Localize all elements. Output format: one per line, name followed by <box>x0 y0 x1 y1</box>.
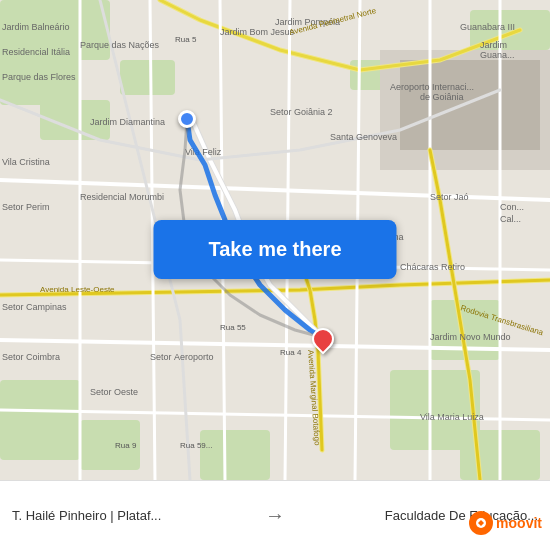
map-container: Take me there © OpenStreetMap contributo… <box>0 0 550 480</box>
moovit-logo: moovit <box>469 511 542 535</box>
from-location: T. Hailé Pinheiro | Plataf... <box>12 508 260 523</box>
moovit-icon <box>469 511 493 535</box>
origin-marker <box>178 110 196 128</box>
moovit-text: moovit <box>496 515 542 531</box>
from-label: T. Hailé Pinheiro | Plataf... <box>12 508 260 523</box>
bottom-bar: T. Hailé Pinheiro | Plataf... → Faculdad… <box>0 480 550 550</box>
destination-marker <box>312 328 334 350</box>
direction-arrow: → <box>260 501 290 531</box>
take-me-there-button[interactable]: Take me there <box>153 220 396 279</box>
